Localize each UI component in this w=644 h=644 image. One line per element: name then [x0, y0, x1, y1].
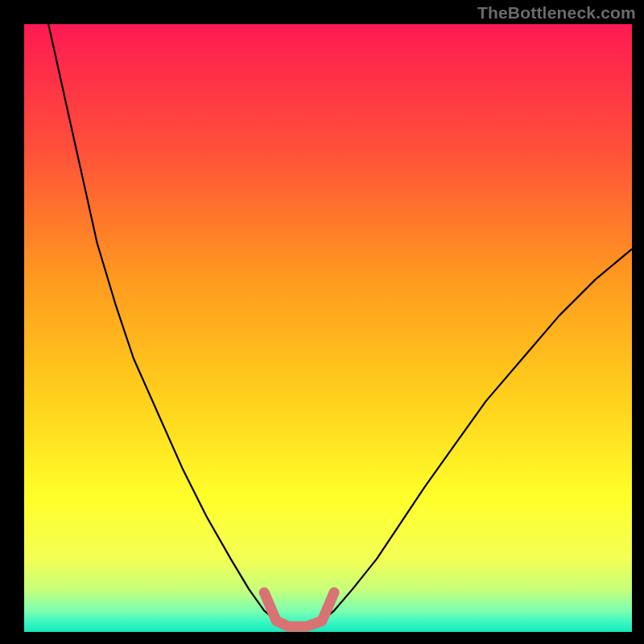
bottleneck-chart — [0, 0, 644, 644]
watermark-text: TheBottleneck.com — [477, 3, 636, 23]
chart-frame: TheBottleneck.com — [0, 0, 644, 644]
plot-background — [24, 24, 632, 632]
